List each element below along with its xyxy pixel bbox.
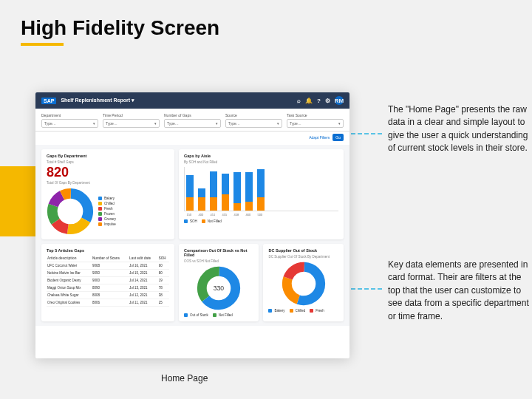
dc-legend: Bakery Chilled Fresh: [268, 309, 338, 313]
chevron-down-icon: ▾: [216, 121, 218, 126]
card-title: Gaps by Aisle: [184, 154, 338, 158]
card-title: Comparison Out Of Stock vs Not Filled: [184, 248, 254, 257]
callout-line-2: [351, 288, 382, 290]
dashboard-screenshot: SAP Shelf Replenishment Report ▾ ⌕ 🔔 ? ⚙…: [35, 92, 349, 358]
card-top-articles: Top 5 Articles Gaps Article description …: [41, 244, 174, 321]
page-title: High Fidelity Screen: [21, 16, 532, 40]
card-title: Top 5 Articles Gaps: [47, 248, 169, 253]
go-button[interactable]: Go: [332, 134, 344, 141]
filter-source[interactable]: Type…▾: [225, 119, 282, 128]
table-row[interactable]: Maggi Onion Soup Mix8090Jul 13, 202178: [47, 284, 169, 292]
annotation-1: The "Home Page" presents the raw data in…: [388, 103, 532, 155]
filter-department[interactable]: Type…▾: [41, 119, 98, 128]
comp-legend: Out of Stock Not Filled: [184, 313, 254, 317]
bar-x-labels: 150400451455458460500: [184, 213, 338, 216]
table-row[interactable]: Oreo Original Cookies8006Jul 11, 202125: [47, 299, 169, 307]
callout-line-1: [351, 133, 382, 134]
sap-logo: SAP: [41, 98, 56, 104]
col-date[interactable]: Last edit date: [129, 255, 158, 262]
help-icon[interactable]: ?: [317, 98, 321, 104]
card-comparison: Comparison Out Of Stock vs Not Filled OO…: [179, 244, 259, 321]
table-row[interactable]: Chelsea White Sugar8008Jul 12, 202138: [47, 292, 169, 299]
title-underline: [21, 43, 64, 46]
card-title: DC Supplier Out of Stock: [268, 248, 338, 253]
dashboard-body: Gaps By Department Total # Shelf Gaps 82…: [35, 145, 349, 326]
chart-subtitle: By SOH and Not Filled: [184, 160, 338, 164]
chart-subtitle: OOS vs SOH Not Filled: [184, 259, 254, 263]
table-row[interactable]: UFC Coconut Water9068Jul 16, 202160: [47, 262, 169, 270]
chevron-down-icon: ▾: [338, 121, 341, 126]
table-row[interactable]: Biodent Organic Deary9000Jul 14, 202119: [47, 277, 169, 284]
card-gaps-aisle: Gaps by Aisle By SOH and Not Filled 1504…: [179, 149, 344, 239]
donut-chart-comparison: 330: [197, 266, 241, 310]
kpi-subtitle2: Total Of Gaps By Department: [47, 181, 169, 185]
filter-label: Task Source: [287, 113, 344, 117]
filter-task-source[interactable]: Type…▾: [287, 119, 344, 128]
svg-text:330: 330: [214, 284, 225, 292]
app-title[interactable]: Shelf Replenishment Report ▾: [61, 98, 134, 103]
card-dc-supplier: DC Supplier Out of Stock DC Supplier Out…: [263, 244, 344, 321]
filter-time-period[interactable]: Type…▾: [103, 119, 160, 128]
search-icon[interactable]: ⌕: [297, 98, 301, 104]
chevron-down-icon: ▾: [93, 121, 95, 126]
filter-label: Source: [225, 113, 282, 117]
table-row[interactable]: Nelsine Malvin Ice Bar9050Jul 15, 202180: [47, 270, 169, 277]
filter-label: Time Period: [103, 113, 160, 117]
filter-label: Number of Gaps: [164, 113, 221, 117]
kpi-value: 820: [47, 165, 169, 180]
chevron-down-icon: ▾: [277, 121, 279, 126]
bar-legend: SOH Not Filled: [184, 219, 338, 223]
top-articles-table: Article description Number of Scans Last…: [47, 255, 169, 307]
bar-chart: [184, 167, 338, 211]
adapt-filters-link[interactable]: Adapt Filters: [309, 135, 330, 140]
chevron-down-icon: ▾: [154, 121, 157, 126]
col-soh[interactable]: SOH: [158, 255, 169, 262]
kpi-subtitle: Total # Shelf Gaps: [47, 160, 169, 164]
card-title: Gaps By Department: [47, 154, 169, 158]
donut-chart-dc: [282, 262, 326, 306]
filter-footer: Adapt Filters Go: [35, 132, 349, 145]
bell-icon[interactable]: 🔔: [305, 98, 313, 104]
accent-block: [0, 166, 35, 236]
legend: Bakery Chilled Fresh Frozen Grocery Impu…: [98, 197, 116, 226]
gear-icon[interactable]: ⚙: [325, 98, 330, 104]
col-scans[interactable]: Number of Scans: [92, 255, 129, 262]
card-gaps-department: Gaps By Department Total # Shelf Gaps 82…: [41, 149, 174, 239]
col-article[interactable]: Article description: [47, 255, 92, 262]
screenshot-caption: Home Page: [161, 373, 208, 383]
annotation-2: Key data elements are presented in card …: [388, 259, 532, 323]
avatar[interactable]: RM: [335, 96, 344, 105]
chart-subtitle: DC Supplier Out Of Stock By Department: [268, 255, 338, 259]
donut-chart-departments: [47, 188, 94, 235]
app-topbar: SAP Shelf Replenishment Report ▾ ⌕ 🔔 ? ⚙…: [35, 92, 349, 109]
filter-bar: DepartmentType…▾ Time PeriodType…▾ Numbe…: [35, 109, 349, 132]
filter-label: Department: [41, 113, 98, 117]
filter-num-gaps[interactable]: Type…▾: [164, 119, 221, 128]
